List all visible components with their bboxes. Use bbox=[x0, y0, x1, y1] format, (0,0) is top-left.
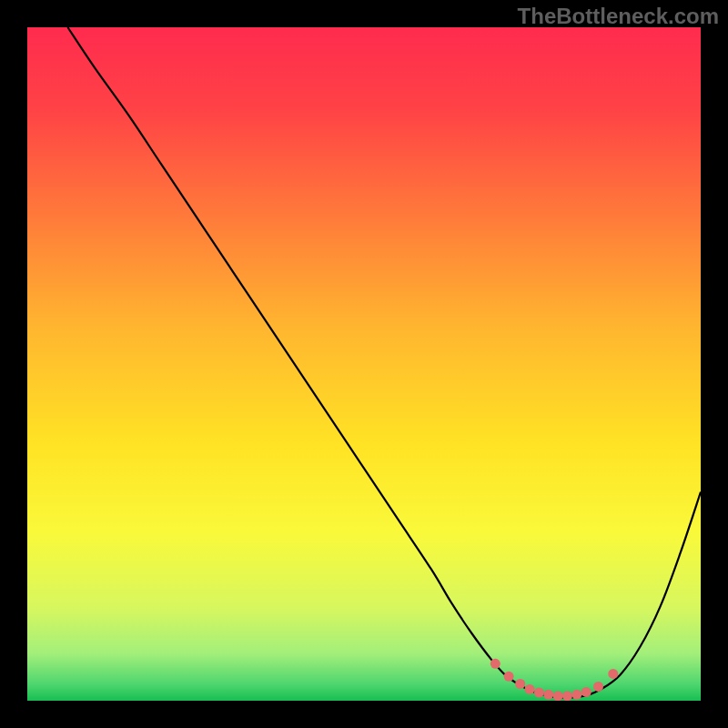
marker-dot bbox=[608, 669, 618, 679]
marker-dot bbox=[562, 691, 572, 701]
marker-dot bbox=[504, 672, 514, 682]
marker-dot bbox=[543, 690, 553, 700]
marker-dot bbox=[490, 659, 500, 669]
marker-dot bbox=[534, 688, 544, 698]
watermark-text: TheBottleneck.com bbox=[518, 4, 719, 29]
chart-frame: TheBottleneck.com bbox=[0, 0, 728, 728]
marker-dot bbox=[515, 679, 525, 689]
plot-area bbox=[27, 27, 701, 701]
marker-dot bbox=[581, 687, 592, 697]
marker-dot bbox=[593, 682, 603, 692]
marker-dot bbox=[553, 691, 563, 701]
gradient-background bbox=[27, 27, 701, 701]
marker-dot bbox=[525, 684, 535, 694]
marker-dot bbox=[571, 690, 581, 700]
chart-svg bbox=[27, 27, 701, 701]
